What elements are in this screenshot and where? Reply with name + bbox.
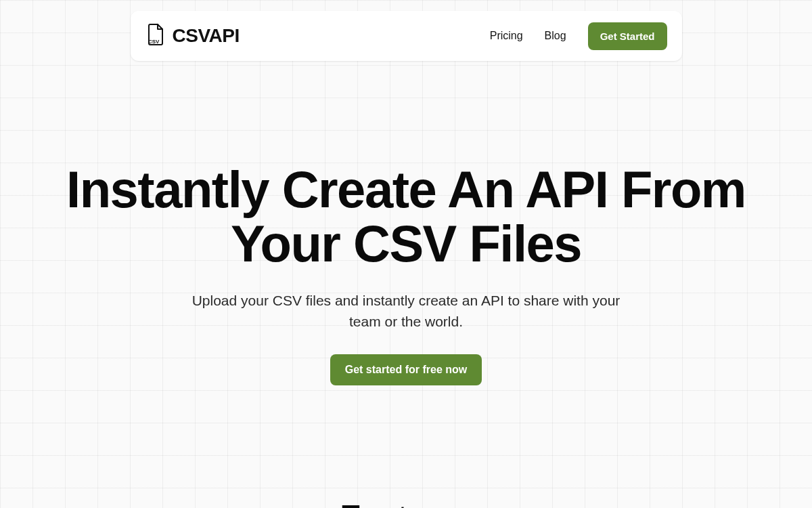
features-heading: Features <box>0 497 812 508</box>
hero-title: Instantly Create An API From Your CSV Fi… <box>41 163 771 271</box>
nav-links: Pricing Blog Get Started <box>490 22 667 50</box>
hero-cta-button[interactable]: Get started for free now <box>330 354 482 385</box>
svg-text:CSV: CSV <box>148 39 160 45</box>
hero-section: Instantly Create An API From Your CSV Fi… <box>0 163 812 385</box>
brand-name: CSVAPI <box>173 25 240 47</box>
nav-link-pricing[interactable]: Pricing <box>490 30 523 42</box>
hero-subtitle: Upload your CSV files and instantly crea… <box>176 290 636 333</box>
navbar: CSV CSVAPI Pricing Blog Get Started <box>131 11 682 61</box>
hero-cta-wrap: Get started for free now <box>41 354 771 385</box>
csv-file-icon: CSV <box>145 23 166 49</box>
get-started-button[interactable]: Get Started <box>588 22 667 50</box>
nav-link-blog[interactable]: Blog <box>545 30 566 42</box>
brand[interactable]: CSV CSVAPI <box>145 23 240 49</box>
